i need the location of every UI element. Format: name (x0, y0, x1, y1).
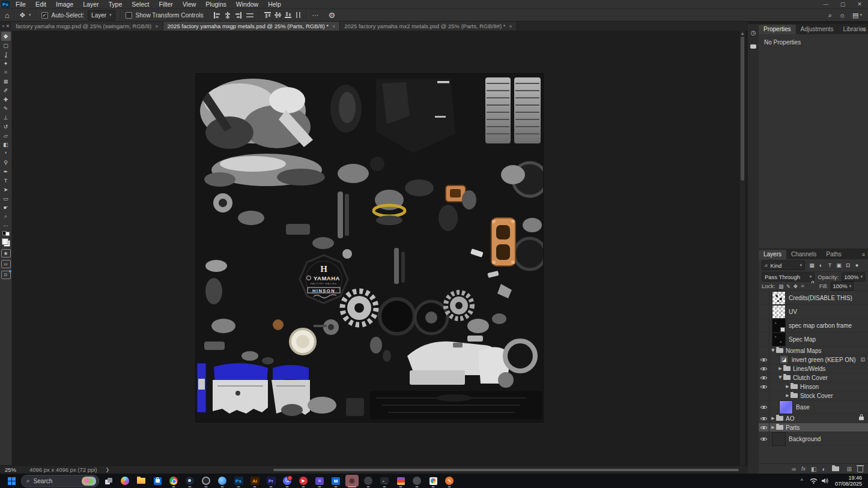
distribute-v-icon[interactable] (295, 11, 302, 19)
eraser-tool[interactable]: ▱ (1, 131, 11, 140)
filter-smart-objects-icon[interactable]: ⊡ (843, 261, 852, 270)
align-top-icon[interactable] (264, 11, 271, 19)
layer-row-spec-map[interactable]: Spec Map (759, 333, 868, 346)
expand-chevron-icon[interactable]: ▶ (778, 366, 783, 371)
taskbar-clock[interactable]: 19:46 07/08/2025 (835, 475, 862, 487)
layer-row-ao[interactable]: ▶AO (759, 414, 868, 423)
tab-properties[interactable]: Properties (759, 25, 796, 34)
gradient-tool[interactable]: ◧ (1, 140, 11, 149)
menu-filter[interactable]: Filter (154, 0, 177, 8)
layer-thumbnail[interactable] (772, 291, 786, 305)
layer-thumbnail[interactable] (772, 432, 786, 446)
tray-network-volume[interactable] (807, 477, 831, 485)
align-right-icon[interactable] (235, 12, 242, 19)
winrar-icon[interactable] (394, 475, 407, 487)
layer-thumbnail[interactable] (772, 333, 786, 346)
start-button[interactable] (5, 475, 18, 487)
menu-layer[interactable]: Layer (78, 0, 103, 8)
link-layers-icon[interactable]: ∞ (792, 466, 796, 472)
canvas-vertical-scrollbar[interactable]: ▲ (740, 31, 745, 465)
document-tab-3[interactable]: 2025 factory yamaha mx2 metals.psd @ 25%… (340, 22, 517, 31)
menu-plugins[interactable]: Plugins (201, 0, 231, 8)
menu-view[interactable]: View (178, 0, 201, 8)
maximize-button[interactable]: ▢ (834, 0, 851, 8)
expand-chevron-icon[interactable]: ▶ (785, 384, 790, 389)
expand-chevron-icon[interactable]: ▶ (771, 416, 775, 421)
blue-m-app-icon[interactable]: M (329, 475, 342, 487)
menu-select[interactable]: Select (127, 0, 154, 8)
lock-paint-icon[interactable]: ✎ (785, 283, 792, 289)
visibility-toggle[interactable] (759, 291, 769, 304)
visibility-toggle[interactable] (759, 382, 769, 391)
align-center-h-icon[interactable] (224, 12, 231, 19)
quick-mask-button[interactable]: ◉ (1, 249, 11, 258)
filter-kind-dropdown[interactable]: ⌕ Kind ▾ (762, 261, 805, 270)
taskbar-search[interactable]: ⌕ Search (21, 475, 99, 487)
edit-toolbar[interactable]: ⋯ (1, 221, 11, 230)
blue-app-icon[interactable] (216, 475, 229, 487)
type-tool[interactable]: T (1, 176, 11, 185)
new-adjustment-layer-icon[interactable]: ◐ (822, 466, 826, 472)
chrome-icon[interactable] (167, 475, 180, 487)
layer-row-hinson[interactable]: ▶Hinson (759, 382, 868, 391)
visibility-toggle[interactable] (759, 414, 769, 423)
layer-row-credits-disable-this-[interactable]: Credits(DISABLE THIS) (759, 291, 868, 305)
align-bottom-icon[interactable] (285, 11, 291, 19)
media-app-icon[interactable]: ▶ (297, 475, 310, 487)
tray-overflow-chevron[interactable]: ^ (801, 478, 803, 484)
blur-tool[interactable]: ❛ (1, 149, 11, 158)
lock-artboard-icon[interactable]: ⌗ (800, 283, 806, 289)
discord-icon[interactable]: ᗧ (281, 475, 294, 487)
search-icon[interactable]: ⌕ (828, 12, 832, 19)
visibility-toggle[interactable] (759, 305, 769, 318)
opacity-dropdown[interactable]: 100% ▾ (842, 273, 865, 282)
layer-row-uv[interactable]: UV (759, 305, 868, 319)
add-layer-mask-icon[interactable]: ◧ (811, 466, 816, 472)
panel-menu-icon[interactable]: ≡ (862, 252, 865, 258)
filter-type-layers-icon[interactable]: T (825, 261, 834, 270)
filter-shape-layers-icon[interactable]: ▣ (834, 261, 843, 270)
move-tool[interactable]: ✥ (1, 32, 11, 41)
comments-panel-icon[interactable] (749, 43, 757, 50)
layer-row-base[interactable]: Base (759, 400, 868, 414)
photoshop-icon[interactable]: Ps (232, 475, 245, 487)
fill-dropdown[interactable]: 100% ▾ (831, 282, 854, 291)
clone-stamp-tool[interactable]: ⊥ (1, 113, 11, 122)
photos-app-icon[interactable] (426, 475, 440, 487)
menu-file[interactable]: File (11, 0, 31, 8)
scrollbar-thumb[interactable] (741, 37, 744, 181)
pen-app-icon[interactable]: ✎ (443, 475, 456, 487)
document-tab-2[interactable]: 2025 factory yamaha mxgp metals.psd @ 25… (163, 22, 341, 31)
close-icon[interactable]: × (509, 23, 512, 29)
zoom-level[interactable]: 25% (0, 466, 21, 473)
close-button[interactable]: ✕ (851, 0, 868, 8)
visibility-toggle[interactable] (759, 346, 769, 355)
dodge-tool[interactable]: ⚲ (1, 158, 11, 167)
menu-edit[interactable]: Edit (31, 0, 51, 8)
discover-icon[interactable]: ☼ (839, 12, 845, 19)
frame-tool[interactable]: ⊠ (1, 77, 11, 86)
filter-adjustment-layers-icon[interactable]: ◐ (816, 261, 825, 270)
visibility-toggle[interactable] (759, 319, 769, 332)
layer-thumbnail[interactable] (779, 400, 793, 414)
crop-tool[interactable]: ⌗ (1, 68, 11, 77)
auto-select-target-dropdown[interactable]: Layer ▾ (88, 10, 115, 20)
pen-tool[interactable]: ✒ (1, 167, 11, 176)
fan-control-icon[interactable]: ❋ (345, 475, 359, 487)
expand-chevron-icon[interactable]: ▶ (771, 425, 775, 430)
microsoft-store-icon[interactable] (151, 475, 164, 487)
new-group-icon[interactable] (831, 466, 842, 471)
more-options-icon[interactable]: ⋯ (312, 12, 318, 19)
visibility-toggle[interactable] (759, 333, 769, 346)
minimize-button[interactable]: — (818, 0, 834, 8)
align-center-v-icon[interactable] (275, 11, 281, 19)
foreground-background-swatches[interactable] (2, 238, 10, 247)
foreground-color-swatch[interactable] (2, 238, 8, 245)
utility-app-icon[interactable] (410, 475, 423, 487)
delete-layer-icon[interactable] (857, 465, 863, 472)
zoom-tool[interactable]: ⌕ (1, 212, 11, 221)
visibility-toggle[interactable] (759, 432, 769, 445)
lock-move-icon[interactable]: ✥ (792, 283, 799, 289)
close-icon[interactable]: × (332, 23, 335, 29)
tab-paths[interactable]: Paths (821, 250, 846, 259)
